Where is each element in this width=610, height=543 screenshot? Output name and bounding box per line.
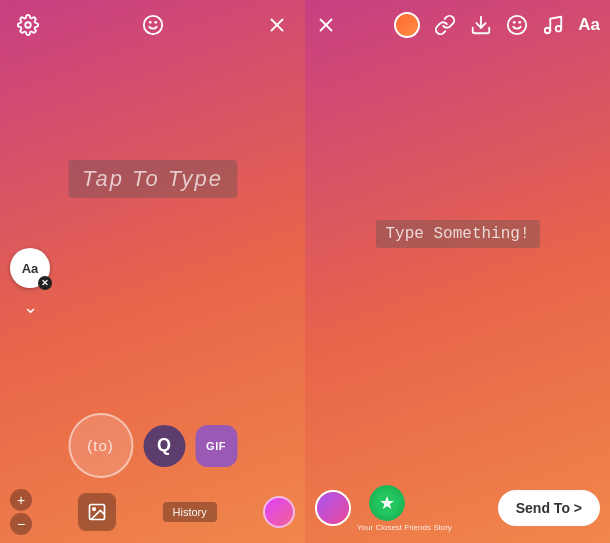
avatar-wrap-best-friends: ★ Your Closest Friends Story — [357, 485, 417, 532]
right-top-icons: Aa — [394, 12, 600, 38]
right-panel: Aa Type Something! ★ Your Closest Friend… — [305, 0, 610, 543]
history-button[interactable]: History — [163, 502, 217, 522]
left-top-bar — [0, 0, 305, 50]
link-icon[interactable] — [434, 14, 456, 36]
best-friends-avatar[interactable]: ★ — [369, 485, 405, 521]
tap-to-type-text[interactable]: Tap To Type — [68, 160, 237, 198]
profile-avatar[interactable] — [315, 490, 351, 526]
right-bottom-row: ★ Your Closest Friends Story Send To > — [305, 473, 610, 543]
close-icon-left[interactable] — [263, 11, 291, 39]
story-label: Your Closest Friends Story — [357, 523, 417, 532]
aa-text-button[interactable]: Aa — [578, 15, 600, 35]
type-something-text[interactable]: Type Something! — [375, 220, 539, 248]
story-avatars: ★ Your Closest Friends Story — [315, 485, 417, 532]
svg-point-15 — [556, 26, 562, 31]
sticker-icon-right[interactable] — [506, 14, 528, 36]
svg-point-14 — [545, 28, 551, 34]
right-top-bar: Aa — [305, 0, 610, 50]
close-icon-right[interactable] — [315, 14, 337, 36]
zoom-out-button[interactable]: − — [10, 513, 32, 535]
sticker-q-label: Q — [157, 435, 171, 456]
sticker-row: (to) Q GIF — [68, 413, 237, 478]
zoom-in-button[interactable]: + — [10, 489, 32, 511]
aa-button-wrap: Aa ✕ ⌄ — [10, 248, 50, 318]
sticker-gif[interactable]: GIF — [195, 425, 237, 467]
left-bottom-row: + − History — [0, 489, 305, 535]
svg-point-7 — [93, 508, 96, 511]
avatar-wrap-profile — [315, 490, 351, 526]
download-icon[interactable] — [470, 14, 492, 36]
camera-roll-button[interactable] — [78, 493, 116, 531]
story-color-circle[interactable] — [394, 12, 420, 38]
send-to-button[interactable]: Send To > — [498, 490, 600, 526]
color-picker[interactable] — [263, 496, 295, 528]
svg-point-11 — [508, 16, 526, 34]
svg-point-1 — [143, 16, 161, 34]
sticker-q[interactable]: Q — [143, 425, 185, 467]
zoom-controls: + − — [10, 489, 32, 535]
sticker-to-label: (to) — [87, 437, 114, 454]
aa-close-icon[interactable]: ✕ — [38, 276, 52, 290]
music-icon[interactable] — [542, 14, 564, 36]
svg-point-0 — [25, 22, 31, 28]
gear-icon[interactable] — [14, 11, 42, 39]
sticker-gif-label: GIF — [206, 440, 226, 452]
sticker-to[interactable]: (to) — [68, 413, 133, 478]
chevron-down-icon[interactable]: ⌄ — [23, 296, 38, 318]
aa-button[interactable]: Aa ✕ — [10, 248, 50, 288]
aa-label: Aa — [22, 261, 39, 276]
left-panel: Tap To Type Aa ✕ ⌄ (to) Q GIF + − — [0, 0, 305, 543]
smiley-icon[interactable] — [139, 11, 167, 39]
